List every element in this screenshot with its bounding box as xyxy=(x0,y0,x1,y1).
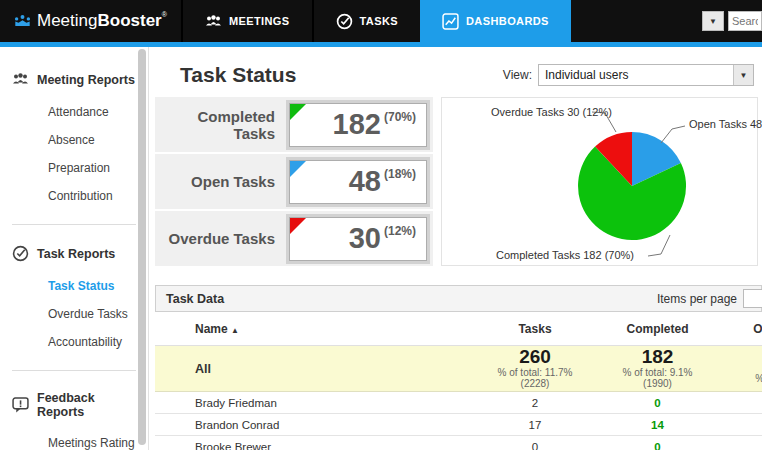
crown-logo-icon xyxy=(14,13,31,30)
sidebar-scrollbar[interactable] xyxy=(138,49,146,445)
view-label: View: xyxy=(503,68,532,82)
column-header-name[interactable]: Name ▲ xyxy=(155,322,475,336)
divider xyxy=(12,224,136,225)
corner-flag xyxy=(290,161,306,177)
search-scope-dropdown[interactable]: ▼ xyxy=(702,11,724,31)
stat-label: Overdue Tasks xyxy=(155,230,289,247)
sidebar-item-attendance[interactable]: Attendance xyxy=(0,98,148,126)
row-name: Brandon Conrad xyxy=(155,419,475,431)
row-completed: 14 xyxy=(595,419,720,431)
view-select-value: Individual users xyxy=(539,65,733,85)
stat-card-overdue: 30 (12%) xyxy=(289,217,427,261)
divider xyxy=(12,370,136,371)
tab-meetings[interactable]: MEETINGS xyxy=(181,0,312,42)
view-select[interactable]: Individual users ▼ xyxy=(538,64,754,86)
sidebar-item-contribution[interactable]: Contribution xyxy=(0,182,148,210)
table-row[interactable]: Brooke Brewer 0 0 xyxy=(155,436,762,450)
sidebar-item-overdue-tasks[interactable]: Overdue Tasks xyxy=(0,300,148,328)
sidebar-item-preparation[interactable]: Preparation xyxy=(0,154,148,182)
search-input[interactable] xyxy=(728,11,762,31)
summary-overdue: 30 % of total: xyxy=(720,353,762,384)
sidebar-heading-feedback-reports[interactable]: Feedback Reports xyxy=(0,385,148,429)
row-completed: 0 xyxy=(595,441,720,450)
table-summary-row[interactable]: All 260 % of total: 11.7% (2228) 182 % o… xyxy=(155,346,762,392)
pie-label-completed: Completed Tasks 182 (70%) xyxy=(496,249,634,261)
row-name: Brady Friedman xyxy=(155,397,475,409)
row-tasks: 2 xyxy=(475,397,595,409)
meetingbooster-logo[interactable]: MeetingBooster® xyxy=(0,0,181,42)
sidebar-section-feedback-reports: Feedback Reports Meetings Rating Hidden … xyxy=(0,385,148,450)
main-content: Task Status View: Individual users ▼ Com… xyxy=(150,47,762,450)
check-circle-icon xyxy=(336,13,353,30)
people-icon xyxy=(12,71,29,88)
row-completed: 0 xyxy=(595,397,720,409)
sort-asc-icon: ▲ xyxy=(231,326,239,335)
items-per-page-input[interactable] xyxy=(743,289,762,308)
table-section-title: Task Data xyxy=(166,292,224,306)
tab-label: MEETINGS xyxy=(229,15,290,27)
summary-tasks: 260 % of total: 11.7% (2228) xyxy=(475,347,595,390)
stat-value: 182 xyxy=(333,110,381,139)
sidebar-section-meeting-reports: Meeting Reports Attendance Absence Prepa… xyxy=(0,65,148,214)
sidebar-item-task-status[interactable]: Task Status xyxy=(0,272,148,300)
column-header-tasks[interactable]: Tasks xyxy=(475,322,595,336)
pie-label-open: Open Tasks 48 (18%) xyxy=(689,118,762,130)
stat-value: 30 xyxy=(349,224,381,253)
stats-column: Completed Tasks 182 (70%) Open Tasks 48 … xyxy=(155,97,433,266)
task-status-pie-chart: Overdue Tasks 30 (12%) Open Tasks 48 (18… xyxy=(441,97,758,266)
sidebar-section-task-reports: Task Reports Task Status Overdue Tasks A… xyxy=(0,239,148,360)
summary-completed: 182 % of total: 9.1% (1990) xyxy=(595,347,720,390)
stat-card-completed: 182 (70%) xyxy=(289,103,427,147)
sidebar-item-meetings-rating[interactable]: Meetings Rating xyxy=(0,429,148,450)
row-tasks: 17 xyxy=(475,419,595,431)
stat-value: 48 xyxy=(349,167,381,196)
stat-open-tasks: Open Tasks 48 (18%) xyxy=(155,154,433,209)
items-per-page-label: Items per page xyxy=(657,292,737,306)
stat-percentage: (18%) xyxy=(384,167,416,181)
column-header-completed[interactable]: Completed xyxy=(595,322,720,336)
chevron-down-icon: ▼ xyxy=(709,17,717,26)
table-row[interactable]: Brady Friedman 2 0 xyxy=(155,392,762,414)
stat-percentage: (12%) xyxy=(384,224,416,238)
table-row[interactable]: Brandon Conrad 17 14 xyxy=(155,414,762,436)
sidebar-heading-meeting-reports[interactable]: Meeting Reports xyxy=(0,65,148,98)
stat-label: Open Tasks xyxy=(155,173,289,190)
pie-label-overdue: Overdue Tasks 30 (12%) xyxy=(491,106,612,118)
line-chart-icon xyxy=(442,13,459,30)
row-name: Brooke Brewer xyxy=(155,441,475,450)
table-header-row: Name ▲ Tasks Completed Overdue xyxy=(155,312,762,346)
sidebar-item-absence[interactable]: Absence xyxy=(0,126,148,154)
tab-label: TASKS xyxy=(360,15,398,27)
sidebar: Meeting Reports Attendance Absence Prepa… xyxy=(0,47,149,450)
tab-tasks[interactable]: TASKS xyxy=(312,0,420,42)
stat-card-open: 48 (18%) xyxy=(289,160,427,204)
stat-percentage: (70%) xyxy=(384,110,416,124)
summary-name: All xyxy=(155,362,475,376)
people-icon xyxy=(205,13,222,30)
tab-dashboards[interactable]: DASHBOARDS xyxy=(420,0,571,42)
chevron-down-icon: ▼ xyxy=(733,65,753,85)
feedback-bubble-icon xyxy=(12,397,29,414)
task-data-section: Task Data Items per page Name ▲ Tasks Co… xyxy=(155,285,762,450)
column-header-overdue[interactable]: Overdue xyxy=(720,322,762,336)
logo-text: MeetingBooster® xyxy=(37,11,167,31)
page-title: Task Status xyxy=(180,63,296,87)
stat-completed-tasks: Completed Tasks 182 (70%) xyxy=(155,97,433,152)
corner-flag xyxy=(290,218,306,234)
sidebar-item-accountability[interactable]: Accountability xyxy=(0,328,148,356)
corner-flag xyxy=(290,104,306,120)
check-circle-icon xyxy=(12,245,29,262)
top-navigation-bar: MeetingBooster® MEETINGS TASKS DASHBOARD… xyxy=(0,0,762,42)
sidebar-heading-task-reports[interactable]: Task Reports xyxy=(0,239,148,272)
tab-label: DASHBOARDS xyxy=(466,15,549,27)
stat-label: Completed Tasks xyxy=(155,108,289,142)
stat-overdue-tasks: Overdue Tasks 30 (12%) xyxy=(155,211,433,266)
row-tasks: 0 xyxy=(475,441,595,450)
